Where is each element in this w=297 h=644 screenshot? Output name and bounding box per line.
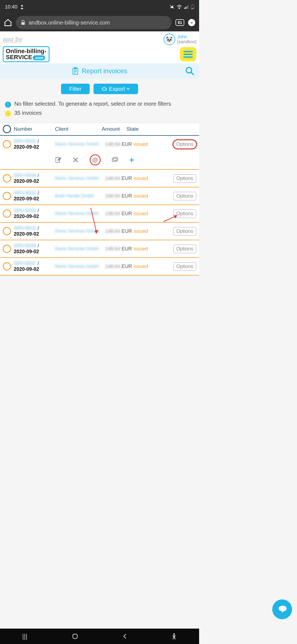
plus-icon[interactable]: +	[129, 155, 134, 165]
table-row[interactable]: SRV-0031 /2020-09-02Demo Services GmbH14…	[0, 223, 199, 240]
page-title: Report invoices	[82, 67, 127, 75]
payment-icon[interactable]	[112, 157, 118, 163]
table-row[interactable]: SRV-0033 /2020-09-02Demo Services GmbH14…	[0, 205, 199, 223]
cell-state: issued	[132, 193, 156, 199]
row-actions: @+	[0, 153, 199, 169]
cell-amount: 148.64 EUR	[102, 246, 132, 252]
col-state[interactable]: State	[127, 126, 146, 132]
table-row[interactable]: SRV-0031 /2020-09-02Demo Services GmbH14…	[0, 136, 199, 170]
hamburger-menu-button[interactable]	[180, 47, 196, 61]
signal-icon	[184, 5, 189, 9]
options-button[interactable]: Options	[173, 174, 196, 183]
wifi-icon	[177, 5, 182, 9]
svg-rect-5	[186, 6, 187, 9]
cell-number: SRV-0031 /2020-09-02	[14, 138, 55, 150]
cell-client: Demo Services GmbH	[55, 176, 102, 181]
url-text: andbox.online-billing-service.com	[29, 20, 110, 26]
options-button[interactable]: Options	[173, 192, 196, 200]
col-amount[interactable]: Amount	[102, 126, 127, 132]
options-button[interactable]: Options	[173, 140, 196, 149]
cell-number: SRV-0032 /2020-09-02	[14, 190, 55, 202]
cell-client: Build Handel GmbH	[55, 193, 102, 199]
col-number[interactable]: Number	[14, 126, 55, 132]
options-button[interactable]: Options	[173, 262, 196, 271]
svg-rect-3	[184, 8, 185, 9]
clock: 10:40	[5, 4, 17, 10]
row-select-checkbox[interactable]	[3, 174, 11, 182]
page-title-bar: Report invoices	[0, 63, 199, 79]
cell-state: issued	[132, 141, 156, 147]
cell-number: SRV-0034 /2020-09-02	[14, 173, 55, 184]
info-icon: !	[5, 102, 11, 108]
cell-amount: 148.64 EUR	[102, 176, 132, 181]
svg-rect-6	[188, 5, 188, 9]
svg-point-16	[186, 67, 192, 73]
row-select-checkbox[interactable]	[3, 140, 11, 148]
cell-amount: 148.64 EUR	[102, 141, 132, 147]
cell-amount: 148.64 EUR	[102, 211, 132, 217]
user-name: John	[177, 34, 187, 39]
chevron-down-icon	[127, 88, 130, 90]
app-header: app by 🐼 John [sandbox] Online-billing- …	[0, 31, 199, 63]
invoice-table: SRV-0031 /2020-09-02Demo Services GmbH14…	[0, 136, 199, 275]
svg-point-0	[21, 5, 23, 7]
col-client[interactable]: Client	[55, 126, 102, 132]
table-row[interactable]: SRV-0034 /2020-09-02Demo Services GmbH14…	[0, 170, 199, 187]
cell-amount: 148.64 EUR	[102, 228, 132, 234]
options-button[interactable]: Options	[173, 245, 196, 253]
search-icon[interactable]	[185, 66, 195, 76]
no-filter-info: ! No filter selected. To generate a repo…	[5, 101, 194, 108]
table-row[interactable]: SRV-0037 /2020-09-02Demo Services GmbH14…	[0, 258, 199, 275]
arrow-icon: →	[5, 111, 11, 117]
cell-state: issued	[132, 264, 156, 269]
cell-amount: 148.64 EUR	[102, 264, 132, 269]
options-button[interactable]: Options	[173, 209, 196, 218]
android-status-bar: 10:40	[0, 0, 199, 14]
row-select-checkbox[interactable]	[3, 227, 11, 235]
cell-client: Demo Services GmbH	[55, 264, 102, 269]
cell-number: SRV-0035 /2020-09-02	[14, 243, 55, 255]
cell-state: issued	[132, 211, 156, 217]
activity-icon	[20, 5, 24, 9]
browser-home-icon[interactable]	[4, 18, 12, 27]
filter-button[interactable]: Filter	[61, 84, 90, 94]
svg-rect-8	[192, 4, 193, 5]
tab-count-badge[interactable]: 81	[175, 19, 184, 26]
vibrate-icon	[169, 5, 174, 9]
options-button[interactable]: Options	[173, 227, 196, 236]
table-header: Number Client Amount State	[0, 123, 199, 136]
battery-icon	[191, 4, 194, 9]
app-by-label: app by	[3, 36, 22, 43]
app-logo[interactable]: Online-billing- SERVICE.com	[3, 46, 50, 62]
export-button[interactable]: Export	[94, 84, 138, 94]
cell-number: SRV-0033 /2020-09-02	[14, 208, 55, 219]
svg-rect-10	[21, 22, 25, 25]
user-env: [sandbox]	[177, 39, 196, 44]
close-icon[interactable]	[73, 157, 79, 163]
row-select-checkbox[interactable]	[3, 245, 11, 253]
svg-rect-21	[112, 159, 117, 162]
table-row[interactable]: SRV-0035 /2020-09-02Demo Services GmbH14…	[0, 240, 199, 258]
clipboard-icon	[72, 67, 79, 75]
cell-state: issued	[132, 246, 156, 252]
cell-client: Demo Services GmbH	[55, 228, 102, 234]
svg-line-17	[191, 72, 194, 75]
table-row[interactable]: SRV-0032 /2020-09-02Build Handel GmbH168…	[0, 187, 199, 205]
cloud-icon	[102, 87, 107, 91]
svg-rect-4	[185, 7, 186, 9]
cell-client: Demo Services GmbH	[55, 141, 102, 147]
cell-state: issued	[132, 176, 156, 181]
browser-address-bar: andbox.online-billing-service.com 81	[0, 14, 199, 31]
user-menu[interactable]: 🐼 John [sandbox]	[164, 34, 196, 45]
url-bar[interactable]: andbox.online-billing-service.com	[16, 16, 172, 29]
row-select-checkbox[interactable]	[3, 209, 11, 218]
row-select-checkbox[interactable]	[3, 262, 11, 271]
svg-rect-22	[113, 157, 118, 160]
lock-icon	[21, 20, 25, 25]
edit-icon[interactable]	[55, 157, 62, 163]
cell-number: SRV-0037 /2020-09-02	[14, 261, 55, 272]
email-at-icon[interactable]: @	[90, 154, 101, 165]
select-all-checkbox[interactable]	[3, 125, 11, 133]
row-select-checkbox[interactable]	[3, 192, 11, 200]
extension-icon[interactable]	[188, 19, 195, 26]
